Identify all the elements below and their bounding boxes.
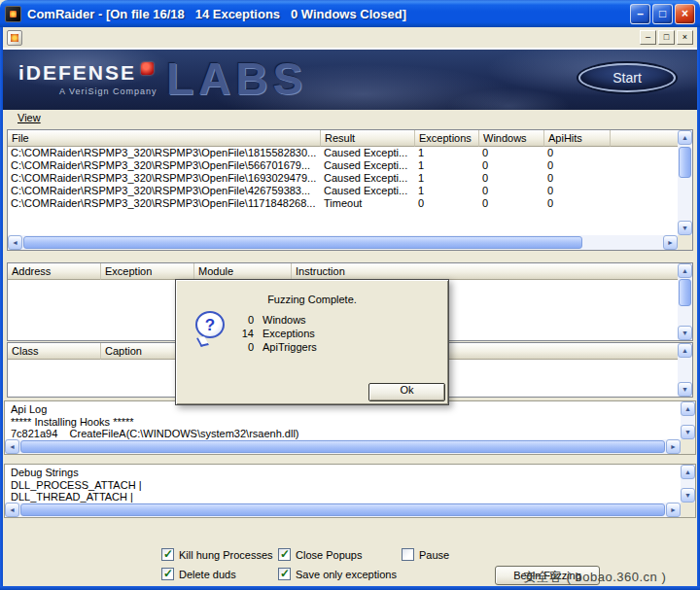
cell-apihits: 0 xyxy=(544,185,611,197)
debug-strings-line: DLL_THREAD_ATTACH | xyxy=(11,491,133,503)
cell-result: Caused Excepti... xyxy=(321,172,415,185)
title-bar: ComRaider - [On file 16/18 14 Exceptions… xyxy=(0,0,700,27)
file-table-vscrollbar[interactable]: ▲ ▼ xyxy=(678,130,692,235)
start-button[interactable]: Start xyxy=(578,63,676,92)
column-header-instruction[interactable]: Instruction xyxy=(292,263,692,280)
scroll-up-button[interactable]: ▲ xyxy=(678,263,692,278)
labs-wordmark: LABS xyxy=(166,50,307,108)
file-row-1[interactable]: C:\COMRaider\RSPMP3_320\RSPMP3\OpenFile\… xyxy=(8,159,678,172)
scroll-left-button[interactable]: ◄ xyxy=(5,439,19,454)
arrow-left-icon: ◄ xyxy=(12,239,18,246)
scroll-right-button[interactable]: ► xyxy=(666,439,681,454)
kill-hung-processes-checkbox[interactable]: ✓ xyxy=(161,548,174,561)
cell-exceptions: 1 xyxy=(415,147,479,159)
scroll-down-button[interactable]: ▼ xyxy=(681,425,695,439)
cell-apihits: 0 xyxy=(544,147,611,159)
scroll-up-button[interactable]: ▲ xyxy=(678,130,692,145)
question-icon: ? xyxy=(195,311,228,344)
api-log-label: Api Log xyxy=(11,403,47,415)
pause-checkbox[interactable] xyxy=(402,548,414,561)
arrow-down-icon: ▼ xyxy=(682,386,688,393)
save-only-exceptions-checkbox[interactable]: ✓ xyxy=(278,568,291,580)
cell-result: Caused Excepti... xyxy=(321,159,415,172)
file-table-header: File Result Exceptions Windows ApiHits xyxy=(8,130,692,147)
file-table-body: C:\COMRaider\RSPMP3_320\RSPMP3\OpenFile\… xyxy=(8,147,678,235)
close-icon: × xyxy=(682,7,688,20)
mdi-close-button[interactable]: × xyxy=(677,30,693,45)
column-header-windows[interactable]: Windows xyxy=(479,130,544,147)
scroll-left-button[interactable]: ◄ xyxy=(8,235,22,250)
scroll-right-button[interactable]: ► xyxy=(666,503,681,517)
cell-apihits: 0 xyxy=(544,159,611,172)
file-table-hscrollbar[interactable]: ◄ ► xyxy=(8,235,678,250)
stat-apitriggers: 0ApiTriggers xyxy=(238,340,317,354)
mdi-minimize-button[interactable]: – xyxy=(640,30,656,45)
menu-view[interactable]: View xyxy=(18,112,41,123)
cell-windows: 0 xyxy=(479,172,544,185)
cell-file: C:\COMRaider\RSPMP3_320\RSPMP3\OpenFile\… xyxy=(8,147,321,159)
menu-bar: View xyxy=(3,110,697,128)
column-header-class[interactable]: Class xyxy=(8,343,101,360)
column-header-module[interactable]: Module xyxy=(194,263,292,280)
debug-strings-vscrollbar[interactable]: ▲ ▼ xyxy=(681,465,695,503)
column-header-result[interactable]: Result xyxy=(321,130,415,147)
debug-strings-hscrollbar[interactable]: ◄ ► xyxy=(5,503,681,517)
check-icon: ✓ xyxy=(163,567,173,580)
scroll-up-button[interactable]: ▲ xyxy=(678,343,692,358)
dialog-stats: 0Windows 14Exceptions 0ApiTriggers xyxy=(238,313,317,354)
scrollbar-thumb[interactable] xyxy=(20,503,665,516)
scrollbar-corner xyxy=(681,503,695,517)
scroll-up-button[interactable]: ▲ xyxy=(681,401,695,416)
debug-strings-label: Debug Strings xyxy=(11,467,79,478)
column-header-address[interactable]: Address xyxy=(8,263,101,280)
minimize-button[interactable]: – xyxy=(630,4,650,24)
close-button[interactable]: × xyxy=(675,4,695,24)
mdi-restore-button[interactable]: □ xyxy=(658,30,675,45)
api-log-line: 7c821a94 CreateFileA(C:\WINDOWS\system32… xyxy=(11,428,299,439)
app-icon xyxy=(5,6,21,22)
file-row-3[interactable]: C:\COMRaider\RSPMP3_320\RSPMP3\OpenFile\… xyxy=(8,185,678,197)
column-header-file[interactable]: File xyxy=(8,130,321,147)
api-log-hscrollbar[interactable]: ◄ ► xyxy=(5,439,681,454)
ok-button[interactable]: Ok xyxy=(368,383,445,401)
scroll-left-button[interactable]: ◄ xyxy=(5,503,19,517)
class-table-vscrollbar[interactable]: ▲ ▼ xyxy=(678,343,692,397)
scroll-down-button[interactable]: ▼ xyxy=(678,221,692,235)
pause-label: Pause xyxy=(419,549,449,561)
cell-windows: 0 xyxy=(479,147,544,159)
mdi-close-icon: × xyxy=(682,32,687,42)
file-row-4[interactable]: C:\COMRaider\RSPMP3_320\RSPMP3\OpenFile\… xyxy=(8,197,678,210)
api-log-vscrollbar[interactable]: ▲ ▼ xyxy=(681,401,695,439)
check-icon: ✓ xyxy=(280,567,290,580)
scroll-right-button[interactable]: ► xyxy=(663,235,678,250)
scrollbar-corner xyxy=(678,235,692,250)
scroll-down-button[interactable]: ▼ xyxy=(681,488,695,503)
file-row-2[interactable]: C:\COMRaider\RSPMP3_320\RSPMP3\OpenFile\… xyxy=(8,172,678,185)
cell-file: C:\COMRaider\RSPMP3_320\RSPMP3\OpenFile\… xyxy=(8,185,321,197)
arrow-down-icon: ▼ xyxy=(684,429,691,435)
scrollbar-thumb[interactable] xyxy=(679,279,691,306)
scroll-down-button[interactable]: ▼ xyxy=(678,326,692,340)
column-header-apihits[interactable]: ApiHits xyxy=(544,130,611,147)
scroll-down-button[interactable]: ▼ xyxy=(678,382,692,397)
scrollbar-corner xyxy=(681,439,695,454)
arrow-right-icon: ► xyxy=(670,443,677,450)
delete-duds-checkbox[interactable]: ✓ xyxy=(161,568,174,580)
column-header-exception[interactable]: Exception xyxy=(101,263,194,280)
scrollbar-thumb[interactable] xyxy=(23,236,582,249)
close-popups-checkbox[interactable]: ✓ xyxy=(278,548,291,561)
exception-table-vscrollbar[interactable]: ▲ ▼ xyxy=(678,263,692,340)
watermark: 安全客 ( bobao.360.cn ) xyxy=(523,569,666,586)
cell-result: Caused Excepti... xyxy=(321,185,415,197)
scrollbar-thumb[interactable] xyxy=(20,440,665,453)
file-row-0[interactable]: C:\COMRaider\RSPMP3_320\RSPMP3\OpenFile\… xyxy=(8,147,678,159)
cell-result: Timeout xyxy=(321,197,415,210)
arrow-right-icon: ► xyxy=(670,506,677,513)
cell-file: C:\COMRaider\RSPMP3_320\RSPMP3\OpenFile\… xyxy=(8,159,321,172)
scroll-up-button[interactable]: ▲ xyxy=(681,465,695,479)
scrollbar-thumb[interactable] xyxy=(679,147,691,178)
maximize-button[interactable]: □ xyxy=(652,4,673,24)
column-header-exceptions[interactable]: Exceptions xyxy=(415,130,479,147)
save-only-exceptions-label: Save only exceptions xyxy=(296,569,397,580)
idefense-wordmark: iDEFENSE xyxy=(18,61,136,85)
